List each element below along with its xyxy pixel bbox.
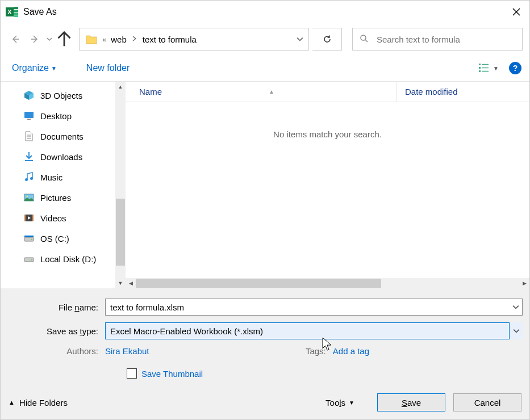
help-button[interactable]: ? — [509, 62, 521, 74]
save-as-type-value: Excel Macro-Enabled Workbook (*.xlsm) — [110, 326, 263, 336]
close-icon — [512, 8, 520, 16]
sidebar-item-label: OS (C:) — [40, 234, 69, 243]
breadcrumb-overflow[interactable]: « — [102, 35, 106, 44]
videos-icon — [23, 212, 35, 224]
breadcrumb-item-current[interactable]: text to formula — [139, 32, 200, 47]
address-bar[interactable]: « web text to formula — [79, 28, 309, 51]
view-list-icon — [478, 62, 490, 74]
file-name-input[interactable] — [105, 299, 523, 316]
svg-rect-13 — [479, 64, 481, 65]
sidebar-scrollbar[interactable]: ▲ ▼ — [115, 82, 126, 288]
nav-forward-button[interactable] — [27, 31, 43, 47]
svg-point-11 — [361, 35, 366, 40]
save-thumbnail-checkbox[interactable] — [127, 368, 137, 379]
scroll-left-button[interactable]: ◀ — [126, 278, 136, 288]
svg-point-36 — [31, 259, 32, 261]
cancel-button[interactable]: Cancel — [453, 393, 521, 411]
scroll-thumb[interactable] — [116, 199, 125, 266]
authors-value[interactable]: Sira Ekabut — [105, 346, 149, 356]
sort-ascending-icon: ▲ — [269, 89, 274, 95]
nav-back-button[interactable] — [7, 31, 23, 47]
drive-icon — [23, 233, 35, 244]
hide-folders-button[interactable]: ▲ Hide Folders — [9, 398, 68, 408]
music-icon — [23, 171, 35, 183]
dialog-title: Save As — [23, 7, 503, 17]
sidebar-item-drive-d[interactable]: Local Disk (D:) — [1, 249, 126, 269]
chevron-down-icon — [47, 36, 52, 42]
svg-rect-20 — [27, 119, 31, 120]
refresh-icon — [323, 35, 332, 44]
sidebar-item-label: Downloads — [40, 152, 82, 162]
organize-label: Organize — [12, 63, 49, 73]
arrow-left-icon — [11, 35, 20, 44]
horizontal-scrollbar[interactable]: ◀ ▶ — [126, 278, 529, 288]
sidebar-item-label: Videos — [40, 213, 66, 223]
sidebar-item-downloads[interactable]: Downloads — [1, 146, 126, 167]
sidebar-item-videos[interactable]: Videos — [1, 208, 126, 228]
svg-text:X: X — [7, 9, 12, 15]
scroll-down-button[interactable]: ▼ — [115, 278, 126, 288]
organize-button[interactable]: Organize ▼ — [9, 61, 60, 75]
svg-point-28 — [27, 196, 28, 198]
desktop-icon — [23, 110, 35, 121]
svg-rect-15 — [479, 67, 481, 69]
sidebar-item-pictures[interactable]: Pictures — [1, 187, 126, 208]
sidebar-item-documents[interactable]: Documents — [1, 126, 126, 146]
save-button[interactable]: Save — [377, 393, 445, 411]
svg-point-26 — [30, 177, 33, 180]
nav-history-dropdown[interactable] — [46, 31, 53, 47]
arrow-up-icon — [56, 31, 72, 47]
new-folder-button[interactable]: New folder — [83, 61, 133, 75]
svg-rect-5 — [14, 15, 18, 17]
sidebar-item-3d-objects[interactable]: 3D Objects — [1, 85, 126, 106]
tags-value[interactable]: Add a tag — [333, 346, 369, 356]
sidebar-item-music[interactable]: Music — [1, 167, 126, 187]
chevron-down-icon — [513, 327, 520, 334]
svg-rect-30 — [24, 215, 26, 221]
chevron-right-icon — [132, 36, 137, 41]
scroll-thumb[interactable] — [136, 279, 381, 288]
folder-icon — [85, 33, 98, 45]
column-header-name[interactable]: Name ▲ — [139, 87, 397, 96]
svg-rect-31 — [32, 215, 34, 221]
svg-rect-17 — [479, 70, 481, 72]
chevron-down-icon — [297, 36, 303, 43]
search-icon — [360, 34, 369, 45]
save-thumbnail-label[interactable]: Save Thumbnail — [141, 369, 203, 379]
scroll-up-button[interactable]: ▲ — [115, 82, 126, 92]
excel-app-icon: X — [5, 5, 19, 19]
documents-icon — [23, 131, 35, 142]
sidebar-item-desktop[interactable]: Desktop — [1, 106, 126, 126]
svg-rect-4 — [14, 12, 18, 15]
view-options-button[interactable]: ▼ — [478, 62, 499, 74]
authors-label: Authors: — [7, 346, 105, 356]
nav-up-button[interactable] — [56, 31, 72, 47]
drive-icon — [23, 253, 35, 264]
svg-rect-2 — [14, 7, 18, 9]
breadcrumb-separator[interactable] — [132, 36, 137, 43]
close-button[interactable] — [503, 1, 529, 23]
tools-label: Tools — [325, 398, 345, 408]
sidebar-item-drive-c[interactable]: OS (C:) — [1, 228, 126, 249]
folder-tree: 3D Objects Desktop Documents Downloads M… — [1, 82, 126, 288]
svg-rect-3 — [14, 10, 18, 12]
tags-label: Tags: — [306, 346, 333, 356]
svg-rect-19 — [24, 112, 34, 118]
refresh-button[interactable] — [312, 28, 342, 51]
file-name-dropdown[interactable] — [512, 299, 519, 316]
scroll-right-button[interactable]: ▶ — [519, 278, 529, 288]
save-as-type-dropdown[interactable] — [509, 322, 523, 339]
sidebar-item-label: Pictures — [40, 193, 71, 203]
search-input[interactable] — [375, 34, 515, 45]
breadcrumb-item-web[interactable]: web — [107, 32, 130, 47]
column-header-date[interactable]: Date modified — [397, 82, 529, 102]
address-dropdown[interactable] — [291, 36, 308, 43]
search-box[interactable] — [352, 28, 523, 51]
save-as-type-combo[interactable]: Excel Macro-Enabled Workbook (*.xlsm) — [105, 322, 523, 339]
column-name-label: Name — [139, 87, 162, 96]
column-date-label: Date modified — [405, 87, 458, 96]
tools-button[interactable]: Tools ▼ — [325, 398, 354, 408]
svg-line-12 — [365, 40, 368, 42]
sidebar-item-label: Documents — [40, 132, 84, 141]
svg-point-34 — [31, 239, 32, 240]
